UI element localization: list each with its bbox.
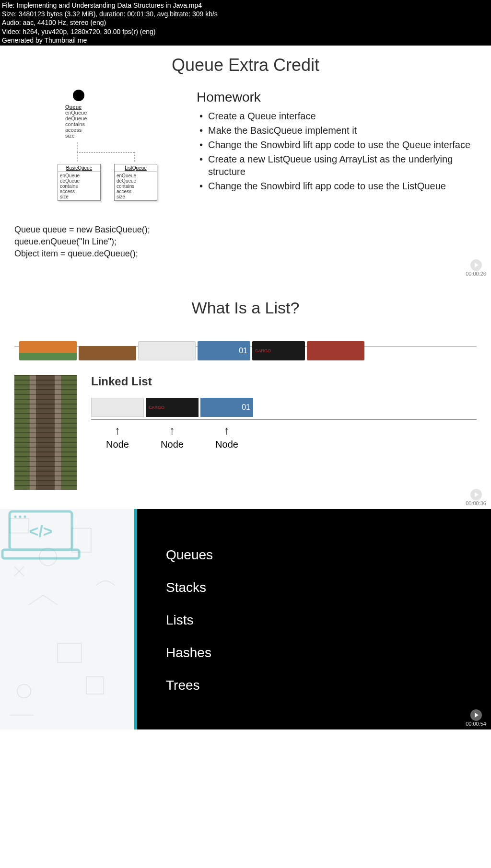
play-icon: [470, 259, 482, 271]
svg-point-4: [17, 684, 31, 698]
slide-queue-extra-credit: Queue Extra Credit Queue enQueue deQueue…: [0, 46, 491, 279]
code-snippet: Queue queue = new BasicQueue(); queue.en…: [14, 224, 187, 260]
homework-list: Create a Queue interface Make the BasicQ…: [197, 110, 477, 192]
homework-item: Create a Queue interface: [197, 110, 477, 122]
audio-line: Audio: aac, 44100 Hz, stereo (eng): [2, 18, 489, 27]
blue-car-01: 01: [198, 341, 250, 360]
railway-tracks-image: [14, 375, 77, 490]
homework-item: Change the Snowbird lift app code to use…: [197, 180, 477, 192]
uml-diagram: Queue enQueue deQueue contains access si…: [14, 90, 187, 214]
file-line: File: Implementing and Understanding Dat…: [2, 1, 489, 10]
topic-item: Hashes: [166, 645, 462, 660]
svg-point-10: [24, 515, 26, 518]
ll-node-car-1: [91, 398, 144, 417]
video-line: Video: h264, yuv420p, 1280x720, 30.00 fp…: [2, 27, 489, 36]
arrow-up-icon: ↑: [200, 424, 253, 437]
play-indicator[interactable]: 00:00:36: [466, 489, 486, 506]
white-car-icon: [138, 341, 196, 360]
uml-interface-dot: [73, 90, 84, 101]
slide1-title: Queue Extra Credit: [14, 55, 477, 75]
ll-node-car-3: 01: [200, 398, 253, 417]
play-indicator[interactable]: 00:00:54: [466, 709, 486, 727]
ll-node-car-2: CARGO: [146, 398, 199, 417]
uml-listqueue-box: ListQueue enQueue deQueue contains acces…: [114, 164, 157, 201]
timestamp: 00:00:36: [466, 500, 486, 506]
laptop-code-icon: </>: [0, 509, 82, 562]
slide-topics-list: </> Queues Stacks Lists Hashes Trees 00:…: [0, 509, 491, 729]
svg-text:</>: </>: [29, 522, 52, 540]
play-icon: [470, 489, 482, 500]
topic-item: Lists: [166, 613, 462, 628]
video-metadata-header: File: Implementing and Understanding Dat…: [0, 0, 491, 46]
flat-car-icon: [79, 346, 136, 360]
svg-rect-3: [58, 643, 82, 662]
topic-item: Queues: [166, 547, 462, 563]
homework-item: Change the Snowbird lift app code to use…: [197, 139, 477, 151]
topic-item: Trees: [166, 678, 462, 693]
svg-rect-5: [86, 677, 104, 694]
svg-point-8: [14, 515, 17, 518]
timestamp: 00:00:54: [466, 721, 486, 727]
linked-list-title: Linked List: [91, 375, 477, 388]
slide-what-is-a-list: What Is a List? 01 CARGO Linked List CAR…: [0, 279, 491, 509]
arrow-up-icon: ↑: [146, 424, 199, 437]
node-label: Node: [200, 439, 253, 450]
homework-item: Make the BasicQueue implement it: [197, 124, 477, 137]
uml-queue-head: Queue: [65, 104, 87, 110]
generated-line: Generated by Thumbnail me: [2, 36, 489, 45]
decorative-left-panel: </>: [0, 509, 134, 729]
play-indicator[interactable]: 00:00:26: [466, 259, 486, 277]
svg-rect-7: [2, 550, 79, 558]
size-line: Size: 3480123 bytes (3.32 MiB), duration…: [2, 10, 489, 18]
node-label: Node: [91, 439, 144, 450]
train-illustration: 01 CARGO: [14, 332, 477, 360]
play-icon: [470, 709, 482, 721]
linked-list-train: CARGO 01: [91, 398, 477, 420]
locomotive-icon: [19, 341, 77, 360]
uml-basicqueue-box: BasicQueue enQueue deQueue contains acce…: [58, 164, 101, 201]
red-car-icon: [307, 341, 364, 360]
slide2-title: What Is a List?: [14, 299, 477, 317]
homework-item: Create a new ListQueue using ArrayList a…: [197, 153, 477, 178]
arrow-up-icon: ↑: [91, 424, 144, 437]
node-label: Node: [146, 439, 199, 450]
timestamp: 00:00:26: [466, 271, 486, 277]
topic-item: Stacks: [166, 580, 462, 595]
cargo-car: CARGO: [252, 341, 305, 360]
svg-point-9: [19, 515, 22, 518]
topics-panel: Queues Stacks Lists Hashes Trees: [134, 509, 491, 729]
homework-title: Homework: [197, 90, 477, 105]
